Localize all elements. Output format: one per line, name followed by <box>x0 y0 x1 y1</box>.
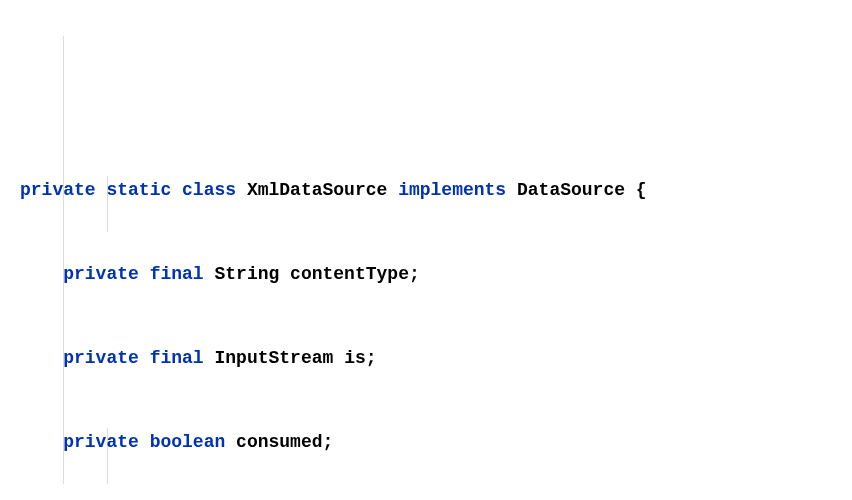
field-name: consumed; <box>236 432 333 452</box>
code-editor[interactable]: private static class XmlDataSource imple… <box>0 0 852 500</box>
field-name: is; <box>344 348 376 368</box>
type-name: InputStream <box>214 348 333 368</box>
keyword-static: static <box>106 180 171 200</box>
brace-open: { <box>636 180 647 200</box>
keyword-private: private <box>63 432 139 452</box>
keyword-private: private <box>63 348 139 368</box>
keyword-final: final <box>150 348 204 368</box>
code-line: private static class XmlDataSource imple… <box>20 176 852 204</box>
interface-name: DataSource <box>517 180 625 200</box>
keyword-private: private <box>20 180 96 200</box>
code-line: private final String contentType; <box>20 260 852 288</box>
keyword-private: private <box>63 264 139 284</box>
class-name: XmlDataSource <box>247 180 387 200</box>
type-name: String <box>214 264 279 284</box>
keyword-class: class <box>182 180 236 200</box>
code-line: private final InputStream is; <box>20 344 852 372</box>
keyword-boolean: boolean <box>150 432 226 452</box>
keyword-final: final <box>150 264 204 284</box>
keyword-implements: implements <box>398 180 506 200</box>
field-name: contentType; <box>290 264 420 284</box>
code-line: private boolean consumed; <box>20 428 852 456</box>
